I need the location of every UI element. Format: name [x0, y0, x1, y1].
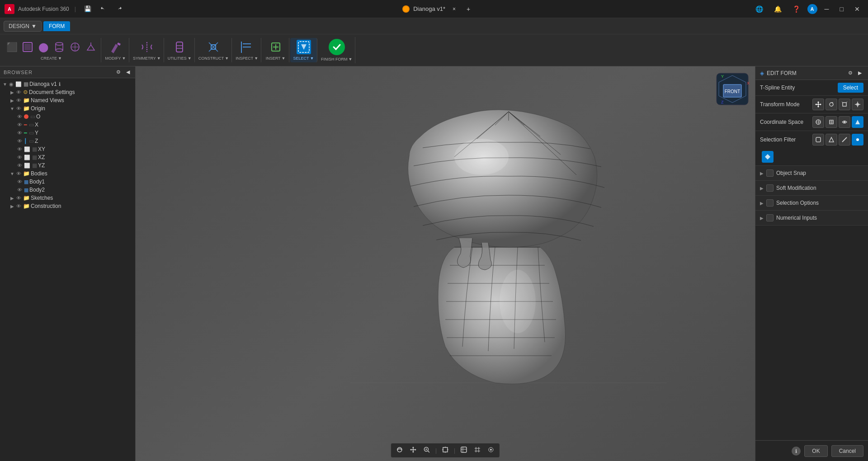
- panel-expand-button[interactable]: ▶: [856, 69, 863, 77]
- snap-button[interactable]: [485, 445, 497, 456]
- create-extrude-icon[interactable]: [84, 40, 98, 54]
- modify-label[interactable]: MODIFY ▼: [105, 56, 126, 61]
- transform-move-icon[interactable]: [812, 99, 824, 110]
- visibility-x-icon[interactable]: 👁: [17, 122, 22, 127]
- transform-all-icon[interactable]: [852, 99, 863, 110]
- help-icon-button[interactable]: ❓: [789, 4, 804, 14]
- undo-button[interactable]: [98, 4, 109, 14]
- root-info-icon[interactable]: ℹ: [59, 81, 61, 87]
- inspect-icon[interactable]: [240, 40, 254, 54]
- zoom-button[interactable]: [421, 445, 433, 456]
- tree-item-yz[interactable]: 👁 ⬜ ▦ YZ: [0, 161, 135, 169]
- expand-bodies-icon[interactable]: ▼: [9, 171, 15, 176]
- visibility-root-icon[interactable]: ◉: [9, 81, 14, 87]
- maximize-button[interactable]: □: [836, 4, 847, 14]
- create-form-icon[interactable]: [20, 40, 35, 54]
- tree-item-y[interactable]: 👁 ━ ▭ Y: [0, 129, 135, 137]
- visibility-xz-icon[interactable]: 👁: [17, 155, 22, 160]
- tree-item-xy[interactable]: 👁 ⬜ ▦ XY: [0, 145, 135, 153]
- network-icon-button[interactable]: 🌐: [752, 4, 767, 14]
- visibility-sketches-icon[interactable]: 👁: [16, 195, 21, 201]
- form-tab-button[interactable]: FORM: [43, 21, 70, 31]
- save-button[interactable]: 💾: [81, 4, 94, 14]
- visibility-y-icon[interactable]: 👁: [17, 130, 22, 136]
- visibility-xy-icon[interactable]: 👁: [17, 146, 22, 152]
- tree-item-body1[interactable]: 👁 ▦ Body1: [0, 178, 135, 186]
- utilities-label[interactable]: UTILITIES ▼: [168, 56, 192, 61]
- create-quad-icon[interactable]: [68, 40, 82, 54]
- expand-named-views-icon[interactable]: ▶: [9, 98, 15, 103]
- transform-scale-icon[interactable]: [839, 99, 850, 110]
- cancel-button[interactable]: Cancel: [831, 445, 863, 457]
- coord-active-icon[interactable]: [852, 116, 863, 128]
- close-button[interactable]: ✕: [851, 4, 863, 14]
- visibility-named-views-icon[interactable]: 👁: [16, 98, 21, 103]
- filter-extra-icon[interactable]: [762, 151, 774, 163]
- viewport[interactable]: FRONT X Y Z |: [136, 66, 755, 461]
- expand-root-icon[interactable]: ▼: [2, 82, 8, 87]
- visibility-bodies-icon[interactable]: 👁: [16, 171, 21, 176]
- tree-item-origin[interactable]: ▼ 👁 📁 Origin: [0, 104, 135, 113]
- visibility-z-icon[interactable]: 👁: [17, 138, 22, 144]
- filter-edge-icon[interactable]: [839, 134, 850, 146]
- utilities-icon[interactable]: [172, 40, 187, 54]
- symmetry-icon[interactable]: [140, 40, 154, 54]
- inspect-label[interactable]: INSPECT ▼: [236, 56, 258, 61]
- insert-label[interactable]: INSERT ▼: [266, 56, 286, 61]
- visibility-construction-icon[interactable]: 👁: [16, 203, 21, 209]
- tree-item-doc-settings[interactable]: ▶ 👁 ⚙ Document Settings: [0, 88, 135, 96]
- tree-item-sketches[interactable]: ▶ 👁 📁 Sketches: [0, 194, 135, 202]
- filter-face-icon[interactable]: [826, 134, 837, 146]
- fit-button[interactable]: [439, 445, 451, 456]
- nav-cube[interactable]: FRONT X Y Z: [714, 71, 750, 107]
- create-cylinder-icon[interactable]: [52, 40, 66, 54]
- design-dropdown-button[interactable]: DESIGN ▼: [4, 21, 42, 32]
- grid-button[interactable]: [472, 445, 483, 456]
- create-box-icon[interactable]: ⬛: [5, 40, 19, 54]
- display-mode-button[interactable]: [458, 445, 470, 456]
- tree-item-named-views[interactable]: ▶ 👁 📁 Named Views: [0, 96, 135, 104]
- panel-settings-button[interactable]: ⚙: [846, 69, 854, 77]
- soft-mod-checkbox[interactable]: [766, 184, 774, 192]
- expand-sketches-icon[interactable]: ▶: [9, 196, 15, 201]
- select-icon[interactable]: [297, 40, 311, 54]
- coord-local-icon[interactable]: [826, 116, 837, 128]
- soft-modification-header[interactable]: ▶ Soft Modification: [755, 181, 868, 196]
- tree-item-x[interactable]: 👁 ━ ▭ X: [0, 121, 135, 129]
- browser-settings-button[interactable]: ⚙: [114, 68, 123, 76]
- numerical-inputs-header[interactable]: ▶ Numerical Inputs: [755, 211, 868, 226]
- select-entity-button[interactable]: Select: [838, 83, 863, 93]
- orbit-button[interactable]: [394, 445, 406, 456]
- object-snap-header[interactable]: ▶ Object Snap: [755, 166, 868, 181]
- visibility-o-icon[interactable]: 👁: [17, 114, 22, 119]
- viewport-canvas[interactable]: FRONT X Y Z |: [136, 66, 755, 461]
- tree-item-bodies[interactable]: ▼ 👁 📁 Bodies: [0, 169, 135, 178]
- tree-item-z[interactable]: 👁 ┃ ▭ Z: [0, 137, 135, 145]
- tree-item-construction[interactable]: ▶ 👁 📁 Construction: [0, 202, 135, 210]
- create-label[interactable]: CREATE ▼: [41, 56, 62, 61]
- user-avatar[interactable]: A: [807, 4, 817, 14]
- info-button[interactable]: ℹ: [792, 447, 801, 456]
- numerical-inputs-checkbox[interactable]: [766, 214, 774, 221]
- filter-vertex-icon[interactable]: [852, 134, 863, 146]
- expand-doc-settings-icon[interactable]: ▶: [9, 90, 15, 95]
- visibility-doc-icon[interactable]: 👁: [16, 89, 21, 95]
- selection-options-header[interactable]: ▶ Selection Options: [755, 196, 868, 211]
- visibility-body1-icon[interactable]: 👁: [17, 179, 22, 184]
- filter-body-icon[interactable]: [812, 134, 824, 146]
- insert-icon[interactable]: [269, 40, 283, 54]
- visibility-origin-icon[interactable]: 👁: [16, 106, 21, 111]
- create-sphere-icon[interactable]: ⬤: [36, 40, 51, 54]
- selection-options-checkbox[interactable]: [766, 199, 774, 207]
- pan-button[interactable]: [407, 445, 419, 456]
- coord-view-icon[interactable]: [839, 116, 850, 128]
- construct-icon[interactable]: [206, 40, 221, 54]
- notification-icon-button[interactable]: 🔔: [770, 4, 785, 14]
- modify-icon[interactable]: [108, 40, 123, 54]
- tree-item-root[interactable]: ▼ ◉ ⬜ ▦ Dianoga v1 ℹ: [0, 80, 135, 88]
- finish-form-icon[interactable]: [329, 39, 345, 55]
- finish-form-label[interactable]: FINISH FORM ▼: [321, 57, 352, 61]
- ok-button[interactable]: OK: [804, 445, 827, 457]
- tree-item-o[interactable]: 👁 ▭ O: [0, 113, 135, 121]
- minimize-button[interactable]: ─: [821, 4, 833, 14]
